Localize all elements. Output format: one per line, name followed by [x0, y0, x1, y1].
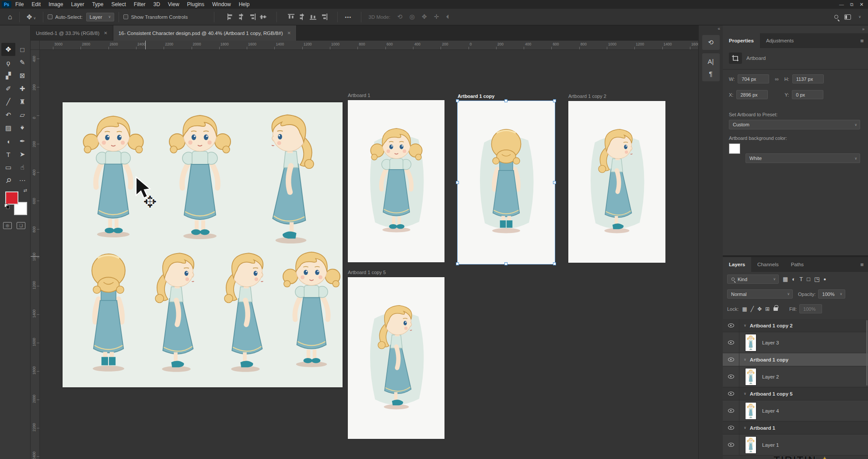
menu-3d[interactable]: 3D — [149, 0, 164, 9]
visibility-toggle[interactable] — [723, 353, 739, 366]
lock-artboard-icon[interactable]: ⊞ — [765, 306, 770, 312]
blend-mode-dropdown[interactable]: Normal∨ — [727, 289, 793, 299]
artboard-name-label[interactable]: Artboard 1 copy 5 — [348, 270, 386, 275]
rectangle-tool[interactable]: ▭ — [1, 161, 15, 174]
layer-group-row[interactable]: ∨Artboard 1 — [723, 421, 868, 435]
panel-menu-icon[interactable]: ≡ — [856, 33, 868, 48]
paragraph-panel-icon[interactable]: ¶ — [702, 67, 720, 80]
zoom-tool[interactable]: ⚲ — [1, 174, 15, 187]
eyedropper-tool[interactable]: ✐ — [1, 82, 15, 95]
layer-thumbnail[interactable] — [746, 369, 756, 385]
history-brush-tool[interactable]: ↶ — [1, 108, 15, 122]
screen-mode-button[interactable]: ❏ — [17, 222, 25, 229]
x-field[interactable]: 2896 px — [736, 90, 768, 99]
move-tool[interactable]: ✥ — [1, 43, 15, 56]
tab-properties[interactable]: Properties — [723, 33, 760, 48]
auto-select-target-dropdown[interactable]: Layer ∨ — [86, 13, 115, 21]
auto-select-checkbox[interactable] — [48, 14, 52, 19]
layer-row[interactable]: Layer 3 — [723, 332, 868, 353]
type-tool[interactable]: T — [1, 148, 15, 161]
blur-tool[interactable]: ♠ — [15, 122, 29, 135]
visibility-toggle[interactable] — [723, 366, 739, 387]
expand-chevron-icon[interactable]: ∨ — [744, 392, 746, 396]
link-dimensions-icon[interactable]: ∞ — [775, 76, 779, 82]
visibility-toggle[interactable] — [723, 319, 739, 332]
opacity-dropdown[interactable]: 100%∨ — [818, 289, 845, 299]
close-tab-icon[interactable]: ✕ — [104, 31, 107, 35]
path-selection-tool[interactable]: ➤ — [15, 148, 29, 161]
gradient-tool[interactable]: ▨ — [1, 122, 15, 135]
move-tool-options-icon[interactable]: ✥∨ — [24, 12, 38, 22]
lock-transparency-icon[interactable]: ▦ — [742, 306, 747, 312]
visibility-toggle[interactable] — [723, 421, 739, 434]
layer-thumbnail[interactable] — [746, 403, 756, 419]
history-panel-icon[interactable]: ⟲ — [702, 35, 720, 50]
layer-row[interactable]: Layer 4 — [723, 400, 868, 421]
ruler-vertical[interactable]: 4002000200400600800100012001400160018002… — [31, 50, 40, 459]
align-middle-icon[interactable] — [259, 14, 267, 20]
transform-handle[interactable] — [553, 99, 556, 102]
more-tools[interactable]: ⋯ — [15, 174, 29, 187]
show-transform-checkbox[interactable] — [123, 14, 128, 19]
character-panel-icon[interactable]: A| — [702, 55, 720, 67]
menu-select[interactable]: Select — [107, 0, 130, 9]
foreground-color-swatch[interactable] — [5, 191, 18, 205]
width-field[interactable]: 704 px — [738, 74, 769, 83]
visibility-toggle[interactable] — [723, 435, 739, 455]
preset-dropdown[interactable]: Custom∨ — [729, 120, 860, 129]
artboard-name-label[interactable]: Artboard 1 copy 2 — [568, 94, 606, 99]
layer-group-row[interactable]: ∨Artboard 1 copy — [723, 353, 868, 366]
clone-stamp-tool[interactable]: ♜ — [15, 95, 29, 108]
menu-plugins[interactable]: Plugins — [183, 0, 208, 9]
swap-colors-icon[interactable]: ⇄ — [24, 188, 27, 193]
dodge-tool[interactable]: ◖ — [1, 135, 15, 148]
expand-chevron-icon[interactable]: ∨ — [744, 323, 746, 327]
ruler-horizontal[interactable]: 3000280026002400220020001800160014001200… — [40, 41, 698, 50]
menu-image[interactable]: Image — [45, 0, 67, 9]
align-left-icon[interactable] — [227, 14, 234, 20]
close-tab-icon[interactable]: ✕ — [287, 31, 290, 35]
menu-view[interactable]: View — [164, 0, 183, 9]
layer-group-row[interactable]: ∨Artboard 1 copy 5 — [723, 387, 868, 400]
lock-all-icon[interactable] — [774, 307, 778, 311]
crop-tool[interactable]: ▞ — [1, 69, 15, 82]
tab-channels[interactable]: Channels — [751, 257, 785, 272]
lasso-tool[interactable]: ϙ — [1, 56, 15, 69]
artboard-canvas[interactable] — [348, 100, 444, 262]
artboard-bg-swatch[interactable] — [729, 143, 740, 154]
filter-pixel-layers-icon[interactable]: ▦ — [783, 276, 788, 282]
document-tab-2[interactable]: 16- Consistent Character design.psd @ 40… — [113, 25, 297, 41]
menu-help[interactable]: Help — [235, 0, 254, 9]
transform-handle[interactable] — [553, 181, 556, 184]
transform-handle[interactable] — [456, 262, 459, 265]
eraser-tool[interactable]: ▱ — [15, 108, 29, 122]
menu-type[interactable]: Type — [88, 0, 107, 9]
tab-adjustments[interactable]: Adjustments — [760, 33, 800, 48]
filter-kind-dropdown[interactable]: Kind∨ — [727, 275, 779, 284]
filter-smart-objects-icon[interactable]: ◳ — [814, 276, 819, 282]
filter-toggle-icon[interactable]: ● — [823, 277, 826, 282]
transform-handle[interactable] — [456, 181, 459, 184]
document-tab-1[interactable]: Untitled-1 @ 33.3% (RGB/8)✕ — [31, 25, 113, 41]
marquee-tool[interactable]: □ — [15, 43, 29, 56]
more-options-icon[interactable]: ••• — [345, 14, 351, 20]
artboard-canvas[interactable] — [458, 101, 555, 264]
pen-tool[interactable]: ✒ — [15, 135, 29, 148]
artboard-canvas[interactable] — [568, 101, 665, 263]
distribute-h-icon[interactable] — [298, 14, 306, 20]
layer-thumbnail[interactable] — [746, 334, 756, 351]
tab-layers[interactable]: Layers — [723, 257, 751, 272]
transform-handle[interactable] — [553, 262, 556, 265]
menu-layer[interactable]: Layer — [67, 0, 88, 9]
quick-mask-button[interactable]: ◎ — [3, 222, 12, 229]
align-center-h-icon[interactable] — [238, 14, 245, 20]
artboard-canvas[interactable] — [348, 277, 444, 439]
visibility-toggle[interactable] — [723, 387, 739, 400]
hand-tool[interactable]: ☝ — [15, 161, 29, 174]
lock-position-icon[interactable]: ✥ — [757, 306, 762, 312]
search-icon[interactable] — [834, 15, 838, 19]
align-top-icon[interactable] — [287, 14, 295, 20]
workspace-switcher-icon[interactable] — [844, 14, 851, 20]
layer-row[interactable]: Layer 1 — [723, 435, 868, 456]
tab-paths[interactable]: Paths — [785, 257, 810, 272]
